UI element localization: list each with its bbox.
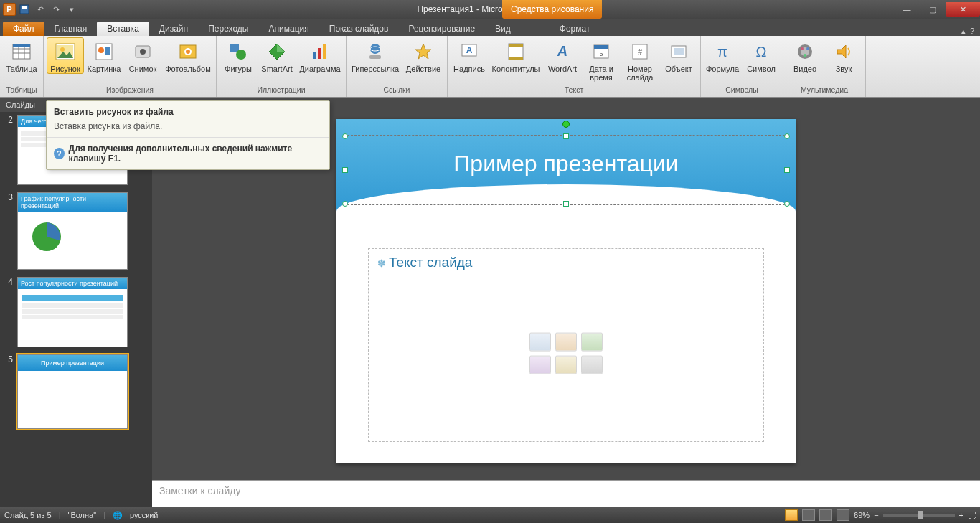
insert-object-button[interactable]: Объект bbox=[660, 37, 697, 73]
resize-handle[interactable] bbox=[342, 201, 348, 207]
insert-photoalbum-button[interactable]: Фотоальбом bbox=[163, 37, 213, 73]
insert-textbox-button[interactable]: A Надпись bbox=[451, 37, 488, 73]
insert-equation-button[interactable]: π Формула bbox=[704, 37, 741, 73]
svg-point-10 bbox=[60, 47, 65, 52]
insert-audio-button[interactable]: Звук bbox=[825, 37, 862, 73]
slide-thumbnail[interactable]: График популярности презентаций bbox=[17, 192, 128, 270]
slide-canvas[interactable]: Пример презентации Текст слайда bbox=[336, 119, 796, 463]
zoom-slider[interactable] bbox=[883, 514, 955, 517]
btn-label: Таблица bbox=[6, 65, 37, 73]
thumb-number: 3 bbox=[3, 192, 13, 270]
language-icon[interactable]: 🌐 bbox=[113, 511, 123, 520]
qat-redo-icon[interactable]: ↷ bbox=[49, 2, 63, 17]
btn-label: WordArt bbox=[548, 65, 577, 73]
insert-symbol-button[interactable]: Ω Символ bbox=[743, 37, 780, 73]
tab-format[interactable]: Формат bbox=[550, 22, 600, 36]
view-sorter-button[interactable] bbox=[802, 509, 815, 521]
insert-datetime-button[interactable]: 5 Дата и время bbox=[583, 37, 620, 82]
svg-point-49 bbox=[806, 47, 809, 50]
insert-wordart-button[interactable]: A WordArt bbox=[544, 37, 581, 73]
tab-home[interactable]: Главная bbox=[44, 22, 98, 36]
group-label: Символы bbox=[725, 85, 758, 97]
tab-animation[interactable]: Анимация bbox=[258, 22, 319, 36]
tab-slideshow[interactable]: Показ слайдов bbox=[319, 22, 399, 36]
tab-insert[interactable]: Вставка bbox=[97, 22, 149, 36]
notes-pane[interactable]: Заметки к слайду bbox=[152, 480, 980, 507]
svg-text:A: A bbox=[466, 45, 473, 55]
insert-picture-button[interactable]: Рисунок bbox=[47, 37, 84, 74]
svg-rect-26 bbox=[323, 44, 326, 59]
btn-label: Действие bbox=[406, 65, 440, 73]
resize-handle[interactable] bbox=[784, 201, 790, 207]
insert-clipart-button[interactable]: Картинка bbox=[85, 37, 123, 73]
zoom-in-button[interactable]: + bbox=[959, 511, 963, 519]
view-normal-button[interactable] bbox=[785, 509, 798, 521]
qat-dropdown-icon[interactable]: ▾ bbox=[65, 2, 79, 17]
tab-view[interactable]: Вид bbox=[485, 22, 521, 36]
insert-slidenumber-button[interactable]: # Номер слайда bbox=[621, 37, 659, 82]
btn-label: Номер слайда bbox=[621, 65, 659, 82]
resize-handle[interactable] bbox=[563, 133, 569, 139]
zoom-thumb[interactable] bbox=[918, 511, 923, 519]
btn-label: Видео bbox=[793, 65, 816, 73]
slide-thumbnail[interactable]: Рост популярности презентаций bbox=[17, 277, 128, 347]
zoom-out-button[interactable]: − bbox=[874, 511, 878, 519]
insert-table-icon[interactable] bbox=[529, 333, 551, 352]
ribbon-minimize-icon[interactable]: ▴ bbox=[961, 27, 966, 36]
insert-clipart-icon[interactable] bbox=[555, 356, 577, 374]
close-button[interactable]: ✕ bbox=[946, 2, 980, 17]
maximize-button[interactable]: ▢ bbox=[920, 2, 946, 17]
btn-label: Надпись bbox=[453, 65, 485, 73]
insert-screenshot-button[interactable]: Снимок bbox=[124, 37, 161, 73]
insert-media-icon[interactable] bbox=[581, 356, 603, 374]
resize-handle[interactable] bbox=[784, 133, 790, 139]
svg-rect-35 bbox=[509, 57, 523, 60]
btn-label: Символ bbox=[747, 65, 776, 73]
status-language[interactable]: русский bbox=[130, 511, 158, 519]
placeholder-text[interactable]: Текст слайда bbox=[377, 255, 755, 270]
content-placeholder[interactable]: Текст слайда bbox=[368, 248, 764, 442]
tab-review[interactable]: Рецензирование bbox=[398, 22, 485, 36]
tooltip-title: Вставить рисунок из файла bbox=[47, 101, 329, 120]
btn-label: Звук bbox=[836, 65, 852, 73]
qat-undo-icon[interactable]: ↶ bbox=[33, 2, 47, 17]
zoom-fit-button[interactable]: ⛶ bbox=[968, 511, 976, 519]
svg-text:π: π bbox=[717, 44, 727, 60]
tab-file[interactable]: Файл bbox=[3, 22, 44, 36]
resize-handle[interactable] bbox=[784, 167, 790, 173]
insert-shapes-button[interactable]: Фигуры bbox=[220, 37, 257, 73]
resize-handle[interactable] bbox=[563, 201, 569, 207]
insert-headerfooter-button[interactable]: Колонтитулы bbox=[489, 37, 542, 73]
insert-video-button[interactable]: Видео bbox=[786, 37, 824, 73]
album-icon bbox=[176, 40, 199, 63]
rotate-handle[interactable] bbox=[562, 121, 570, 128]
status-slide-info: Слайд 5 из 5 bbox=[4, 511, 52, 519]
slide-thumbnail[interactable]: Пример презентации bbox=[17, 354, 128, 429]
insert-hyperlink-button[interactable]: Гиперссылка bbox=[349, 37, 401, 73]
zoom-level[interactable]: 69% bbox=[854, 511, 870, 519]
slide-thumbnail-row[interactable]: 3 График популярности презентаций bbox=[3, 192, 149, 270]
svg-rect-38 bbox=[594, 45, 608, 49]
insert-action-button[interactable]: Действие bbox=[402, 37, 444, 73]
title-placeholder[interactable]: Пример презентации bbox=[345, 136, 787, 204]
tab-transitions[interactable]: Переходы bbox=[198, 22, 258, 36]
insert-table-button[interactable]: Таблица bbox=[3, 37, 40, 73]
view-slideshow-button[interactable] bbox=[837, 509, 849, 521]
status-theme: "Волна" bbox=[68, 511, 97, 519]
slide-thumbnail-row[interactable]: 4 Рост популярности презентаций bbox=[3, 277, 149, 347]
minimize-button[interactable]: — bbox=[894, 2, 920, 17]
svg-text:Ω: Ω bbox=[756, 44, 767, 60]
qat-save-icon[interactable] bbox=[17, 2, 32, 17]
insert-smartart-button[interactable]: SmartArt bbox=[258, 37, 296, 73]
slide-thumbnail-row[interactable]: 5 Пример презентации bbox=[3, 354, 149, 429]
insert-picture-icon[interactable] bbox=[529, 356, 551, 374]
insert-chart-button[interactable]: Диаграмма bbox=[297, 37, 343, 73]
help-icon[interactable]: ? bbox=[970, 27, 974, 36]
insert-smartart-icon[interactable] bbox=[581, 333, 603, 352]
resize-handle[interactable] bbox=[342, 167, 348, 173]
resize-handle[interactable] bbox=[342, 133, 348, 139]
view-reading-button[interactable] bbox=[819, 509, 832, 521]
tab-design[interactable]: Дизайн bbox=[149, 22, 198, 36]
action-icon bbox=[412, 40, 435, 63]
insert-chart-icon[interactable] bbox=[555, 333, 577, 352]
